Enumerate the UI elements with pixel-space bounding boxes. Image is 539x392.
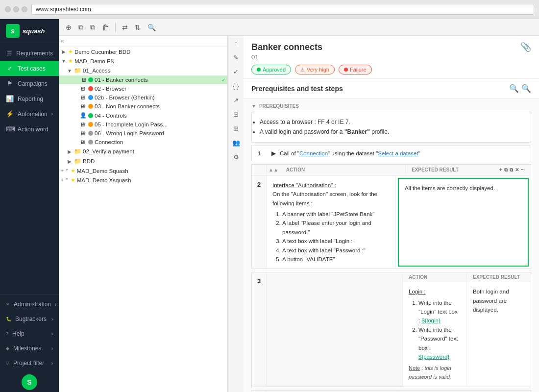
sidebar-item-bugtrackers[interactable]: 🐛 Bugtrackers › <box>0 312 59 326</box>
side-btn-check[interactable]: ✓ <box>232 67 240 77</box>
folder-icon-bdd: 📁 <box>74 158 81 165</box>
sidebar-item-campaigns[interactable]: ⚑ Campaigns <box>0 76 59 91</box>
step3-item1: Write into the "Login" text box : ${logi… <box>418 298 461 325</box>
toolbar-paste-btn[interactable]: ⧉ <box>88 22 97 32</box>
tree-item-madxsquash[interactable]: + * ★ MAD_Demo Xsquash <box>59 175 227 185</box>
step4-container: 4 ACTION EXPECTED RESULT Validate (and n… <box>251 390 531 392</box>
filter-icon: ▽ <box>6 361 9 366</box>
expand-collapse-btns: ▲▲ <box>267 165 280 175</box>
browser-chrome: www.squashtest.com <box>0 0 539 19</box>
tree-item-browser-gherkin[interactable]: 🖥 02b - Browser (Gherkin) <box>59 93 227 102</box>
side-btn-users[interactable]: 👥 <box>231 138 242 148</box>
step2-num: 2 <box>252 176 267 269</box>
step3-cols: ACTION EXPECTED RESULT Login : Write int… <box>403 272 531 386</box>
tree-item-nonbanker[interactable]: 🖥 03 - Non Banker connects <box>59 102 227 111</box>
sidebar-item-requirements[interactable]: ☰ Requirements <box>0 46 59 61</box>
tree-item-maddemo[interactable]: ▼ ★ MAD_Demo EN <box>59 56 227 66</box>
folder-icon-verify: 📁 <box>74 148 81 155</box>
nonbanker-test-icon: 🖥 <box>80 103 87 109</box>
prereq-item-1: Access to a browser : FF 4 or IE 7. <box>260 117 523 127</box>
browser-dot-close[interactable] <box>5 6 11 12</box>
zoom-out-btn[interactable]: 🔍 <box>509 84 519 93</box>
badge-failure-label: Failure <box>350 67 367 73</box>
toolbar-search-btn[interactable]: 🔍 <box>146 23 158 32</box>
step2-action-body: Interface "Authorisation" : On the "Auth… <box>267 176 396 269</box>
controls-status-dot <box>88 113 93 118</box>
step1-expand-icon[interactable]: ▶ <box>271 150 276 157</box>
toolbar-sort-btn[interactable]: ⇅ <box>133 23 143 32</box>
sidebar-item-administration[interactable]: ✕ Administration › <box>0 297 59 312</box>
badge-veryhigh[interactable]: ⚠ Very high <box>295 65 335 74</box>
sidebar-item-testcases[interactable]: ✓ Test cases <box>0 61 59 76</box>
attachment-icon[interactable]: 📎 <box>520 42 531 52</box>
sidebar-item-help-label: Help <box>12 330 24 337</box>
step1-connection-link[interactable]: Connection <box>299 150 328 156</box>
tree-item-controls[interactable]: 👤 04 - Controls <box>59 111 227 120</box>
tree-item-browser[interactable]: 🖥 02 - Browser <box>59 84 227 93</box>
step2-item1: A banner with label "JPetStore Bank" <box>282 210 390 219</box>
tree-item-verify-label: 02_Verify a payment <box>83 148 225 154</box>
toolbar-delete-btn[interactable]: 🗑 <box>100 23 111 32</box>
step1-dataset-link[interactable]: Select a dataset <box>378 150 418 156</box>
tree-item-madsquash[interactable]: + * ★ MAD_Demo Squash <box>59 166 227 175</box>
toolbar-copy-btn[interactable]: ⧉ <box>76 22 85 32</box>
step2-action-header: ACTION <box>280 165 406 175</box>
browser-dot-max[interactable] <box>22 6 27 12</box>
toolbar-sync-btn[interactable]: ⇄ <box>120 23 130 32</box>
toolbar-add-btn[interactable]: ⊕ <box>64 23 74 32</box>
step2-header-row: ▲▲ ACTION EXPECTED RESULT + ⧉ ⧉ ✕ ··· <box>252 165 531 176</box>
tree-collapse-btn[interactable]: « <box>61 38 64 45</box>
browser-test-icon: 🖥 <box>80 86 87 92</box>
step2-copy-btn[interactable]: ⧉ <box>504 167 508 173</box>
tree-item-verify[interactable]: ▶ 📁 02_Verify a payment <box>59 147 227 156</box>
step2-paste-btn[interactable]: ⧉ <box>510 167 513 173</box>
milestone-icon: ◆ <box>6 346 9 351</box>
bug-arrow: › <box>51 317 53 322</box>
tree-item-banker[interactable]: 🖥 01 - Banker connects ✓ <box>59 75 227 84</box>
side-btn-link[interactable]: ↗ <box>232 95 240 105</box>
sidebar-item-projectfilter[interactable]: ▽ Project filter › <box>0 356 59 370</box>
step2-item3: A text box with label "Login :" <box>282 237 390 245</box>
step3-expected-content: Both login and password are displayed. <box>467 282 531 386</box>
sidebar-item-reporting[interactable]: 📊 Reporting <box>0 91 59 106</box>
browser-dot-min[interactable] <box>13 6 19 12</box>
side-btn-1[interactable]: ↑ <box>233 38 239 49</box>
tree-item-01access-label: 01_Access <box>83 68 225 74</box>
badge-failure[interactable]: Failure <box>339 65 372 74</box>
zoom-in-btn[interactable]: 🔍 <box>521 84 531 93</box>
bug-icon: 🐛 <box>6 317 11 321</box>
step2-expected-text: All the items are correctly displayed. <box>405 185 495 191</box>
automation-arrow: › <box>51 111 53 117</box>
tree-item-01access[interactable]: ▼ 📁 01_Access <box>59 66 227 75</box>
tree-item-connection[interactable]: 🖥 Connection <box>59 138 227 147</box>
badge-approved[interactable]: Approved <box>251 65 291 74</box>
side-btn-code[interactable]: { } <box>231 81 240 91</box>
side-btn-expand-all[interactable]: ⊞ <box>232 123 240 134</box>
sidebar-item-actionword[interactable]: ⌨ Action word <box>0 122 59 137</box>
tree-item-wronglogin[interactable]: 🖥 06 - Wrong Login Password <box>59 129 227 138</box>
sidebar-item-campaigns-label: Campaigns <box>18 80 48 87</box>
step3-action-col-header <box>267 272 403 386</box>
sidebar-item-milestones[interactable]: ◆ Milestones › <box>0 341 59 356</box>
side-btn-edit[interactable]: ✎ <box>232 52 240 63</box>
prereq-body: Access to a browser : FF 4 or IE 7. A va… <box>251 112 531 143</box>
tree-item-bdd[interactable]: ▶ 📁 BDD <box>59 156 227 166</box>
sidebar-logo: s squash <box>0 19 59 43</box>
tree-item-incomplete[interactable]: 🖥 05 - Incomplete Login Pass... <box>59 120 227 129</box>
tree-item-democucumber[interactable]: ▶ ★ Demo Cucumber BDD <box>59 47 227 56</box>
step2-more-btn[interactable]: ··· <box>521 167 525 173</box>
step2-expand-all-btn[interactable]: ▲▲ <box>267 167 280 172</box>
step2-add-btn[interactable]: + <box>499 167 502 173</box>
detail-title-row: Banker connects 📎 <box>251 42 531 52</box>
sidebar-item-help[interactable]: ? Help › <box>0 326 59 341</box>
automation-icon: ⚡ <box>6 110 14 118</box>
user-avatar[interactable]: S <box>22 374 37 390</box>
side-btn-gear[interactable]: ⚙ <box>232 152 241 162</box>
sidebar-item-automation[interactable]: ⚡ Automation › <box>0 106 59 122</box>
nonbanker-status-dot <box>88 104 93 109</box>
prereq-toggle[interactable]: ▼ <box>251 103 256 109</box>
side-btn-collapse-all[interactable]: ⊟ <box>232 109 240 120</box>
browser-url[interactable]: www.squashtest.com <box>31 4 534 15</box>
step4-action-header: ACTION <box>267 391 399 392</box>
step2-delete-btn[interactable]: ✕ <box>515 167 519 173</box>
